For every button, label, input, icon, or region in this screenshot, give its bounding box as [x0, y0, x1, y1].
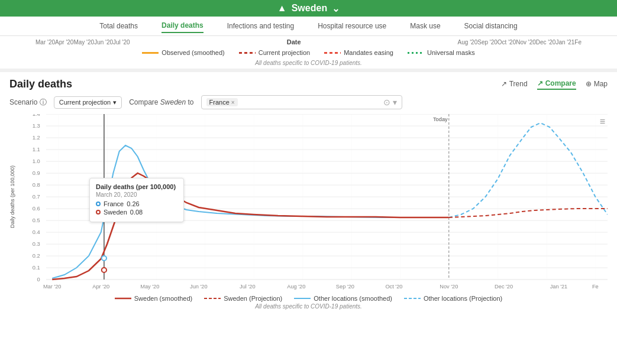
legend-line-mandates [324, 52, 341, 54]
svg-text:0.6: 0.6 [33, 206, 40, 212]
map-label: Map [594, 80, 608, 88]
top-note: All deaths specific to COVID-19 patients… [0, 58, 617, 69]
chart-title: Daily deaths [9, 78, 72, 90]
svg-text:0.3: 0.3 [33, 241, 40, 247]
legend-sweden-smoothed: Sweden (smoothed) [115, 295, 192, 302]
svg-text:Nov '20: Nov '20 [440, 284, 458, 290]
tooltip-france-label: France [104, 200, 124, 207]
tooltip-sweden-value: 0.08 [130, 209, 143, 216]
legend-label-current: Current projection [259, 49, 310, 56]
legend-universal-masks: Universal masks [408, 49, 475, 56]
tooltip-title: Daily deaths (per 100,000) [96, 183, 177, 190]
france-tag-label: France [209, 99, 230, 106]
date-fe: Fe [574, 39, 582, 46]
tooltip-france-value: 0.26 [127, 200, 139, 207]
svg-text:0.7: 0.7 [33, 194, 40, 200]
sweden-dot [96, 210, 101, 214]
svg-text:0.5: 0.5 [33, 217, 40, 223]
france-dot [96, 202, 101, 206]
legend-label-other-projection: Other locations (Projection) [424, 295, 502, 302]
date-jan21: Jan '21 [555, 39, 574, 46]
date-strip: Mar '20 Apr '20 May '20 Jun '20 Jul '20 … [0, 36, 617, 47]
svg-text:1.2: 1.2 [33, 135, 40, 141]
chart-wrapper: 0 0.1 0.2 0.3 0.4 0.5 0.6 0.7 0.8 0.9 1.… [9, 114, 608, 291]
tooltip: Daily deaths (per 100,000) March 20, 202… [89, 178, 184, 222]
dropdown-arrow[interactable]: ⌄ [332, 3, 340, 14]
svg-text:Daily deaths (per 100,000): Daily deaths (per 100,000) [9, 165, 15, 228]
france-tag-remove[interactable]: × [231, 99, 235, 106]
compare-label-btn: Compare [545, 79, 576, 87]
legend-line-current [239, 52, 256, 54]
legend-other-projection: Other locations (Projection) [404, 295, 502, 302]
tab-total-deaths[interactable]: Total deaths [99, 22, 138, 32]
location-name: Sweden [292, 3, 327, 14]
tooltip-row-sweden: Sweden 0.08 [96, 209, 177, 216]
tab-mask-use[interactable]: Mask use [410, 22, 440, 32]
compare-icon: ↗ [537, 79, 543, 87]
svg-text:Apr '20: Apr '20 [92, 284, 109, 290]
date-jun20: Jun '20 [94, 39, 113, 46]
svg-text:Sep '20: Sep '20 [336, 284, 354, 290]
france-tag: France × [206, 98, 238, 106]
svg-text:May '20: May '20 [140, 284, 159, 290]
tooltip-date: March 20, 2020 [96, 191, 177, 198]
svg-text:Fe: Fe [592, 284, 599, 290]
legend-mandates-easing: Mandates easing [324, 49, 393, 56]
legend-sweden-projection: Sweden (Projection) [204, 295, 282, 302]
date-aug20: Aug '20 [458, 39, 478, 46]
legend-label-mandates: Mandates easing [344, 49, 393, 56]
controls-row: Scenario ⓘ Current projection ▾ Compare … [9, 95, 608, 109]
svg-point-48 [102, 268, 106, 272]
svg-text:Today: Today [433, 116, 448, 122]
tooltip-row-france: France 0.26 [96, 200, 177, 207]
svg-text:0.2: 0.2 [33, 253, 40, 259]
date-sep20: Sep '20 [477, 39, 498, 46]
svg-text:0.1: 0.1 [33, 265, 40, 271]
legend-observed: Observed (smoothed) [142, 49, 224, 56]
trend-label: Trend [509, 80, 528, 88]
scenario-label: Scenario ⓘ [9, 98, 47, 108]
scenario-chevron: ▾ [113, 99, 117, 106]
location-icon: ▲ [277, 3, 287, 14]
map-icon: ⊕ [586, 80, 592, 88]
tab-infections-testing[interactable]: Infections and testing [227, 22, 294, 32]
scenario-select[interactable]: Current projection ▾ [54, 96, 122, 109]
nav-tabs: Total deaths Daily deaths Infections and… [0, 17, 617, 36]
legend-line-masks [408, 52, 424, 54]
bottom-note: All deaths specific to COVID-19 patients… [9, 303, 608, 310]
compare-to-label: Compare Sweden to [129, 98, 193, 106]
svg-text:Jun '20: Jun '20 [190, 284, 208, 290]
svg-text:0.4: 0.4 [33, 229, 40, 235]
tab-social-distancing[interactable]: Social distancing [464, 22, 518, 32]
legend-other-smoothed: Other locations (smoothed) [294, 295, 392, 302]
svg-text:0: 0 [37, 277, 40, 282]
svg-text:1.1: 1.1 [33, 147, 40, 152]
compare-button[interactable]: ↗ Compare [537, 79, 576, 90]
svg-text:1.3: 1.3 [33, 123, 40, 129]
top-legend: Observed (smoothed) Current projection M… [0, 47, 617, 58]
date-mar20: Mar '20 [35, 39, 55, 46]
svg-text:Dec '20: Dec '20 [495, 284, 513, 290]
svg-point-47 [102, 256, 106, 261]
date-may20: May '20 [73, 39, 94, 46]
legend-current-projection: Current projection [239, 49, 310, 56]
chart-menu-icon[interactable]: ≡ [600, 116, 605, 127]
legend-label-masks: Universal masks [427, 49, 475, 56]
trend-button[interactable]: ↗ Trend [501, 80, 528, 89]
chart-header: Daily deaths ↗ Trend ↗ Compare ⊕ Map [9, 78, 608, 90]
date-axis-label: Date [130, 38, 458, 46]
tab-hospital-resource[interactable]: Hospital resource use [318, 22, 386, 32]
legend-label-other-smoothed: Other locations (smoothed) [314, 295, 392, 302]
location-tags-input[interactable]: France × ⊙ ▾ [201, 95, 402, 109]
top-bar: ▲ Sweden ⌄ [0, 0, 617, 17]
bottom-legend: Sweden (smoothed) Sweden (Projection) Ot… [9, 291, 608, 303]
date-oct20: Oct '20 [498, 39, 516, 46]
legend-line-observed [142, 52, 159, 54]
svg-text:Jan '21: Jan '21 [550, 284, 568, 290]
tab-daily-deaths[interactable]: Daily deaths [161, 21, 203, 33]
legend-label-sweden-projection: Sweden (Projection) [224, 295, 282, 302]
map-button[interactable]: ⊕ Map [586, 80, 608, 89]
date-nov20: Nov '20 [516, 39, 536, 46]
date-dec20: Dec '20 [536, 39, 556, 46]
location-search-btn[interactable]: ⊙ ▾ [383, 98, 397, 107]
